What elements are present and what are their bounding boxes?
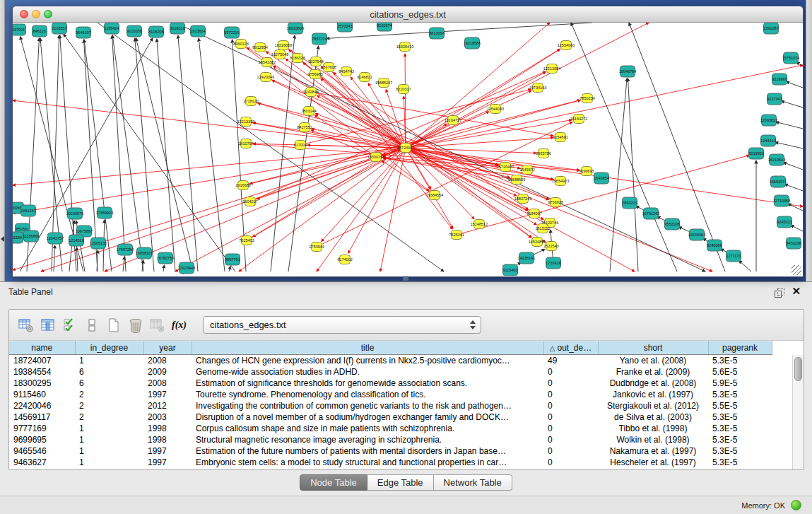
graph-edge[interactable]	[298, 58, 531, 238]
table-cell[interactable]: Jankovic et al. (1997)	[598, 389, 708, 400]
table-cell[interactable]: 5.3E-5	[708, 411, 772, 423]
table-cell[interactable]: de Silva et al. (2003)	[598, 411, 708, 423]
graph-edge[interactable]	[311, 130, 376, 157]
table-cell[interactable]: 1998	[143, 423, 192, 434]
table-row[interactable]: 1830029562008Estimation of significance …	[9, 378, 772, 389]
table-cell[interactable]: 1	[75, 423, 143, 434]
float-panel-icon[interactable]	[775, 288, 784, 296]
table-cell[interactable]: Estimation of significance thresholds fo…	[192, 378, 543, 389]
column-header-out_de[interactable]: △out_de…	[543, 341, 598, 355]
table-cell[interactable]: 1998	[143, 434, 192, 445]
table-cell[interactable]: 1	[75, 457, 143, 468]
column-header-pagerank[interactable]: pagerank	[708, 341, 772, 355]
table-cell[interactable]: Disruption of a novel member of a sodium…	[192, 411, 543, 423]
table-cell[interactable]: 5.3E-5	[708, 423, 772, 434]
table-cell[interactable]: Yano et al. (2008)	[598, 355, 708, 366]
table-cell[interactable]: 0	[543, 366, 598, 378]
column-header-year[interactable]: year	[143, 341, 192, 355]
table-cell[interactable]: 9777169	[9, 423, 75, 434]
graph-edge[interactable]	[239, 148, 406, 271]
graph-edge[interactable]	[406, 65, 803, 148]
close-panel-icon[interactable]: ✕	[792, 286, 801, 296]
table-row[interactable]: 1872400712008Changes of HCN gene express…	[9, 355, 772, 366]
table-cell[interactable]: Embryonic stem cells: a model to study s…	[192, 457, 543, 468]
column-header-name[interactable]: name	[9, 341, 75, 355]
table-cell[interactable]: Investigating the contribution of common…	[192, 400, 543, 411]
graph-edge[interactable]	[157, 39, 175, 271]
table-cell[interactable]: 0	[543, 445, 598, 457]
table-cell[interactable]: Nakamura et al. (1997)	[598, 445, 708, 457]
splitter-handle[interactable]	[402, 276, 409, 281]
graph-edge[interactable]	[783, 163, 803, 170]
table-cell[interactable]: 2	[75, 400, 143, 411]
table-cell[interactable]: Dudbridge et al. (2008)	[598, 378, 708, 389]
table-cell[interactable]: 9463627	[9, 457, 75, 468]
table-cell[interactable]: 9115460	[9, 389, 75, 400]
table-cell[interactable]: 6	[75, 366, 143, 378]
table-cell[interactable]: Genome-wide association studies in ADHD.	[192, 366, 543, 378]
table-row[interactable]: 946554611997Estimation of the future num…	[9, 445, 772, 457]
graph-edge[interactable]	[41, 148, 406, 271]
graph-edge[interactable]	[406, 138, 553, 148]
tab-edge-table[interactable]: Edge Table	[367, 474, 434, 491]
table-cell[interactable]: 2003	[143, 411, 192, 423]
table-scrollbar-thumb[interactable]	[794, 357, 802, 381]
graph-edge[interactable]	[791, 225, 803, 231]
table-cell[interactable]: Tourette syndrome. Phenomenology and cla…	[192, 389, 543, 400]
table-cell[interactable]: 1997	[143, 445, 192, 457]
graph-edge[interactable]	[784, 184, 803, 191]
graph-edge[interactable]	[311, 92, 553, 136]
graph-edge[interactable]	[178, 35, 198, 271]
graph-edge[interactable]	[406, 23, 649, 148]
row-edit-button[interactable]	[60, 315, 79, 334]
table-cell[interactable]: 2	[75, 389, 143, 400]
graph-edge[interactable]	[406, 72, 546, 148]
graph-edge[interactable]	[775, 142, 803, 148]
graph-edge[interactable]	[628, 78, 638, 271]
graph-edge[interactable]	[786, 81, 803, 88]
collapse-left-panel-arrow[interactable]	[1, 236, 4, 242]
graph-edge[interactable]	[229, 267, 230, 271]
table-cell[interactable]: Wolkin et al. (1998)	[598, 434, 708, 445]
table-cell[interactable]: 5.3E-5	[708, 434, 772, 445]
table-cell[interactable]: 9699695	[9, 434, 75, 445]
table-scrollbar[interactable]	[792, 355, 804, 469]
network-canvas[interactable]: 9370218461202103557964610711954249102058…	[13, 23, 803, 276]
table-cell[interactable]: 19384554	[9, 366, 75, 378]
graph-edge[interactable]	[112, 35, 126, 271]
table-cell[interactable]: Franke et al. (2009)	[598, 366, 708, 378]
tab-node-table[interactable]: Node Table	[300, 474, 367, 491]
table-cell[interactable]: Estimation of the future numbers of pati…	[192, 445, 543, 457]
delete-table-button[interactable]	[148, 315, 167, 334]
table-cell[interactable]: 5.3E-5	[708, 389, 772, 400]
table-cell[interactable]: 0	[543, 423, 598, 434]
table-row[interactable]: 2242004622012Investigating the contribut…	[9, 400, 772, 411]
graph-edge[interactable]	[317, 122, 572, 247]
table-cell[interactable]: 14569117	[9, 411, 75, 423]
table-cell[interactable]: 2008	[143, 378, 192, 389]
column-header-title[interactable]: title	[192, 341, 543, 355]
resize-grip[interactable]	[792, 265, 801, 275]
table-cell[interactable]: 5.3E-5	[708, 457, 772, 468]
function-builder-button[interactable]: f(x)	[170, 315, 189, 334]
table-cell[interactable]: 1997	[143, 457, 192, 468]
table-cell[interactable]: 0	[543, 457, 598, 468]
graph-edge[interactable]	[610, 78, 627, 271]
column-header-short[interactable]: short	[598, 341, 708, 355]
network-window-titlebar[interactable]: citations_edges.txt	[13, 6, 803, 23]
table-cell[interactable]: 0	[543, 389, 598, 400]
graph-edge[interactable]	[283, 45, 529, 209]
table-cell[interactable]: 6	[75, 378, 143, 389]
table-cell[interactable]: 2012	[143, 400, 192, 411]
graph-edge[interactable]	[629, 23, 725, 271]
table-cell[interactable]: 0	[543, 378, 598, 389]
table-cell[interactable]: Structural magnetic resonance image aver…	[192, 434, 543, 445]
graph-edge[interactable]	[776, 122, 803, 129]
graph-edge[interactable]	[175, 23, 705, 271]
graph-edge[interactable]	[348, 148, 406, 253]
table-cell[interactable]: 2008	[143, 355, 192, 366]
table-cell[interactable]: 1	[75, 434, 143, 445]
table-cell[interactable]: 5.3E-5	[708, 445, 772, 457]
graph-edge[interactable]	[199, 38, 225, 271]
table-cell[interactable]: 22420046	[9, 400, 75, 411]
